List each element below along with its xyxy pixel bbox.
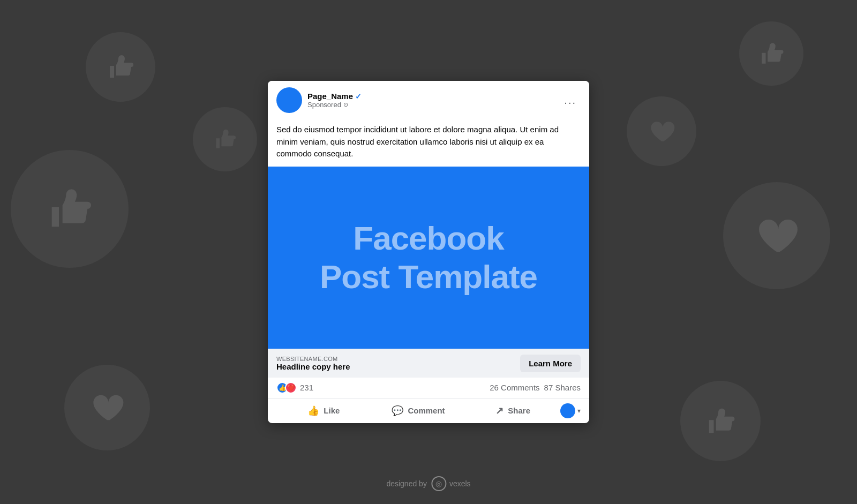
facebook-post-card: Page_Name ✓ Sponsored ⊙ ... Sed do eiusm…: [268, 81, 589, 423]
blue-circle-button[interactable]: [560, 403, 575, 418]
action-buttons-bar: 👍 Like 💬 Comment ↗ Share ▾: [268, 398, 589, 423]
vexels-footer: designed by ◎ vexels: [386, 476, 470, 491]
bg-icon-heart-1: [723, 182, 830, 289]
bg-icon-thumbsup-4: [680, 381, 761, 461]
like-action-button[interactable]: 👍 Like: [276, 401, 371, 421]
post-header: Page_Name ✓ Sponsored ⊙ ...: [268, 81, 589, 119]
page-info: Page_Name ✓ Sponsored ⊙: [307, 92, 560, 109]
more-dots-icon: ...: [564, 94, 576, 106]
sponsored-info-icon: ⊙: [343, 101, 348, 108]
bg-icon-thumbsup-2: [739, 21, 803, 86]
post-image-area: Facebook Post Template: [268, 167, 589, 349]
comments-count: 26 Comments: [490, 383, 539, 392]
share-action-label: Share: [508, 406, 530, 415]
reaction-count: 231: [300, 383, 313, 392]
love-reaction-icon: ❤️: [285, 382, 297, 394]
more-options-button[interactable]: ...: [560, 92, 581, 109]
comment-action-button[interactable]: 💬 Comment: [371, 401, 466, 421]
bg-icon-thumbsup-5: [193, 107, 257, 171]
image-title-line1: Facebook: [353, 220, 503, 257]
designed-by-text: designed by: [386, 479, 427, 488]
share-action-button[interactable]: ↗ Share: [465, 401, 560, 421]
reactions-left: 👍 ❤️ 231: [276, 382, 313, 394]
image-title-line2: Post Template: [320, 258, 537, 295]
shares-count: 87 Shares: [544, 383, 581, 392]
dropdown-arrow-icon: ▾: [577, 407, 581, 415]
verified-badge-icon: ✓: [355, 92, 362, 101]
more-action-button[interactable]: ▾: [560, 403, 581, 418]
reactions-bar: 👍 ❤️ 231 26 Comments 87 Shares: [268, 378, 589, 398]
cta-bar: WEBSITENAME.COM Headline copy here Learn…: [268, 349, 589, 378]
cta-info: WEBSITENAME.COM Headline copy here: [276, 356, 520, 371]
post-body-text: Sed do eiusmod tempor incididunt ut labo…: [268, 119, 589, 167]
like-action-label: Like: [324, 406, 340, 415]
sponsored-label: Sponsored ⊙: [307, 101, 560, 109]
bg-icon-thumbsup-1: [86, 32, 155, 102]
reactions-right: 26 Comments 87 Shares: [490, 383, 581, 392]
bg-icon-heart-3: [627, 96, 696, 166]
comment-action-icon: 💬: [392, 405, 403, 417]
vexels-logo-icon: ◎: [431, 476, 446, 491]
reaction-emojis: 👍 ❤️: [276, 382, 297, 394]
bg-icon-thumbsup-3: [11, 150, 129, 268]
page-name-row: Page_Name ✓: [307, 92, 560, 101]
headline-copy: Headline copy here: [276, 362, 520, 371]
bg-icon-heart-2: [64, 365, 150, 450]
share-action-icon: ↗: [495, 405, 503, 417]
post-image-title: Facebook Post Template: [320, 219, 537, 296]
website-name: WEBSITENAME.COM: [276, 356, 520, 362]
comment-action-label: Comment: [408, 406, 445, 415]
page-avatar: [276, 87, 302, 113]
like-action-icon: 👍: [307, 405, 319, 417]
vexels-logo: ◎ vexels: [431, 476, 471, 491]
vexels-brand-name: vexels: [449, 479, 471, 488]
learn-more-button[interactable]: Learn More: [520, 355, 581, 372]
sponsored-text: Sponsored: [307, 101, 341, 109]
page-name-text: Page_Name: [307, 92, 353, 101]
